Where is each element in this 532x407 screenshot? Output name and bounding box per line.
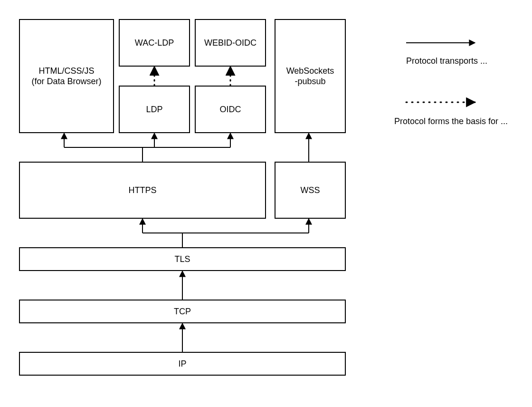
- box-label: HTTPS: [125, 183, 159, 198]
- box-label: LDP: [143, 102, 165, 117]
- box-ip: IP: [19, 352, 346, 376]
- box-tls: TLS: [19, 247, 346, 271]
- box-webid-oidc: WEBID-OIDC: [195, 19, 266, 67]
- box-label-line: (for Data Browser): [31, 77, 101, 86]
- box-label: WebSockets -pubsub: [284, 64, 337, 89]
- box-label: TLS: [171, 252, 193, 267]
- box-label: WEBID-OIDC: [201, 36, 259, 50]
- box-ldp: LDP: [119, 86, 190, 133]
- box-label-line: WebSockets: [286, 66, 334, 76]
- box-label-line: -pubsub: [294, 77, 325, 86]
- box-html-data-browser: HTML/CSS/JS (for Data Browser): [19, 19, 114, 133]
- box-label-line: HTML/CSS/JS: [38, 66, 94, 76]
- box-label: WSS: [297, 183, 323, 198]
- box-https: HTTPS: [19, 162, 266, 219]
- box-websockets-pubsub: WebSockets -pubsub: [275, 19, 346, 133]
- box-label: HTML/CSS/JS (for Data Browser): [28, 64, 104, 89]
- box-oidc: OIDC: [195, 86, 266, 133]
- box-wss: WSS: [275, 162, 346, 219]
- box-label: WAC-LDP: [132, 36, 177, 50]
- box-label: TCP: [171, 304, 194, 319]
- box-wac-ldp: WAC-LDP: [119, 19, 190, 67]
- diagram-stage: HTML/CSS/JS (for Data Browser) WAC-LDP W…: [0, 0, 532, 407]
- legend-basis-label: Protocol forms the basis for ...: [394, 116, 508, 126]
- legend-transports-label: Protocol transports ...: [406, 56, 487, 66]
- box-tcp: TCP: [19, 300, 346, 323]
- box-label: IP: [175, 357, 189, 371]
- box-label: OIDC: [217, 102, 244, 117]
